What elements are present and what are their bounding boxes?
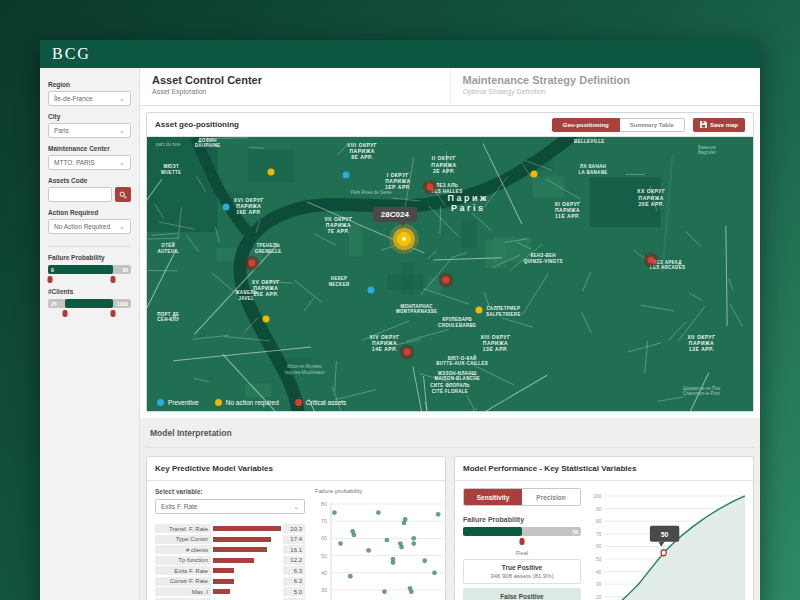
failure-probability-slider[interactable]: 080 [48, 265, 131, 274]
module-header-bar: Asset Control Center Asset Exploration M… [140, 68, 760, 106]
variable-select[interactable]: Exits F. Rate ⌄ [155, 499, 305, 514]
desktop-background: BCG RegionÎle-de-France⌄CityParis⌄Mainte… [0, 0, 800, 600]
legend-dot [157, 399, 164, 406]
summary-table-button[interactable]: Summary Table [620, 118, 685, 132]
city-select[interactable]: Paris⌄ [48, 123, 131, 138]
sensitivity-tab[interactable]: Sensitivity [464, 489, 522, 505]
assets-code-search-button[interactable] [115, 187, 131, 202]
svg-text:40: 40 [321, 570, 327, 576]
slider-label: Failure Probability [48, 254, 131, 261]
importance-bar [213, 547, 267, 552]
importance-category: # clients [155, 545, 211, 554]
selected-value: MTTO. PARIS [54, 159, 95, 166]
legend-item: No action required [215, 399, 279, 406]
save-map-label: Save map [710, 122, 738, 128]
asset-marker-critical[interactable] [248, 260, 255, 267]
svg-text:80: 80 [596, 518, 601, 524]
slider-max-value: 1000 [117, 301, 128, 307]
asset-marker-critical[interactable] [442, 277, 449, 284]
svg-text:60: 60 [321, 535, 327, 541]
importance-bar [213, 589, 230, 594]
map-panel-header: Asset geo-positioning Geo-positioning Su… [147, 113, 753, 137]
asset-marker-preventive[interactable] [367, 286, 374, 293]
slider-handle[interactable] [62, 310, 67, 317]
selected-value: Île-de-France [54, 95, 93, 102]
slider-handle[interactable] [110, 310, 115, 317]
map-legend: PreventiveNo action requiredCritical ass… [157, 399, 346, 406]
action-required-select[interactable]: No Action Required⌄ [48, 219, 131, 234]
failure-probability-slider[interactable]: 50 [463, 527, 581, 536]
bcg-logo: BCG [52, 45, 91, 63]
failure-probability-scatter: 80706050403020 [315, 496, 455, 600]
tab-maintenance-strategy[interactable]: Maintenance Strategy Definition Optimal … [450, 68, 761, 105]
importance-row: Tp function12.2 [155, 556, 305, 565]
precision-tab[interactable]: Precision [522, 489, 580, 505]
asset-marker-critical[interactable] [427, 183, 434, 190]
scatter-title: Failure probability [315, 488, 455, 494]
svg-text:70: 70 [321, 518, 327, 524]
maintenance-center-select[interactable]: MTTO. PARIS⌄ [48, 155, 131, 170]
svg-text:60: 60 [596, 543, 601, 549]
fp-slider-label: Failure Probability [463, 516, 581, 523]
true-positive-title: True Positive [466, 564, 578, 571]
map-view-switch: Geo-positioning Summary Table [552, 118, 685, 132]
legend-item: Critical assets [295, 399, 346, 406]
assets-code-input[interactable] [48, 187, 112, 202]
tab-asset-control-center[interactable]: Asset Control Center Asset Exploration [140, 68, 450, 105]
app-window: BCG RegionÎle-de-France⌄CityParis⌄Mainte… [40, 40, 760, 600]
svg-text:90: 90 [596, 505, 601, 511]
slider-handle[interactable] [110, 276, 115, 283]
model-interpretation-section: Model Interpretation Key Predictive Mode… [140, 418, 760, 600]
slider-handle[interactable] [520, 538, 525, 545]
asset-marker-no-action[interactable] [476, 306, 483, 313]
false-positive-box: False Positive 5 767 092 assets (48.8%) [463, 588, 581, 600]
asset-marker-no-action[interactable] [262, 315, 269, 322]
legend-label: Preventive [168, 399, 199, 406]
true-positive-value: 346 908 assets (81.9%) [466, 573, 578, 579]
asset-marker-no-action[interactable] [267, 169, 274, 176]
map-canvas[interactable]: Париж ParisVIII ОКРУГ ПАРИЖА 8Е АРР.XVI … [147, 137, 753, 411]
importance-row: # clients16.1 [155, 545, 305, 554]
chevron-down-icon: ⌄ [119, 223, 125, 230]
importance-row: Type Constr17.4 [155, 535, 305, 544]
selected-value: Paris [54, 127, 69, 134]
slider-min-value: 25 [51, 301, 57, 307]
importance-bar [213, 526, 281, 531]
save-map-button[interactable]: Save map [693, 118, 745, 132]
region-select[interactable]: Île-de-France⌄ [48, 91, 131, 106]
filter-label-action-required: Action Required [48, 209, 131, 216]
legend-item: Preventive [157, 399, 199, 406]
legend-label: No action required [226, 399, 279, 406]
metric-toggle: Sensitivity Precision [463, 488, 581, 506]
svg-text:30: 30 [321, 587, 327, 593]
svg-text:80: 80 [321, 501, 327, 507]
asset-marker-critical[interactable] [647, 257, 654, 264]
-clients-slider[interactable]: 251000 [48, 299, 131, 308]
geo-positioning-button[interactable]: Geo-positioning [552, 118, 620, 132]
page-title: Asset Control Center [152, 74, 438, 86]
variable-select-value: Exits F. Rate [161, 503, 197, 510]
true-positive-box: True Positive 346 908 assets (81.9%) [463, 559, 581, 584]
importance-category: Constr F. Rate [155, 577, 211, 586]
svg-text:50: 50 [321, 553, 327, 559]
right-panel-title: Model Performance - Key Statistical Vari… [455, 457, 753, 481]
asset-marker-preventive[interactable] [343, 172, 350, 179]
svg-text:70: 70 [596, 530, 601, 536]
slider-value: 50 [572, 529, 578, 535]
svg-text:20: 20 [596, 593, 601, 599]
model-performance-panel: Model Performance - Key Statistical Vari… [454, 456, 754, 600]
slider-handle[interactable] [47, 276, 52, 283]
asset-marker-critical[interactable] [403, 349, 410, 356]
section-title: Model Interpretation [146, 418, 754, 448]
page-subtitle: Asset Exploration [152, 88, 438, 95]
importance-value: 16.1 [283, 545, 305, 554]
asset-marker-preventive[interactable] [223, 203, 230, 210]
importance-value: 6.3 [283, 566, 305, 575]
asset-marker-no-action[interactable] [530, 170, 537, 177]
importance-bar [213, 579, 234, 584]
map-panel-title: Asset geo-positioning [155, 120, 552, 129]
selected-asset-marker[interactable] [389, 224, 419, 254]
importance-value: 17.4 [283, 535, 305, 544]
importance-category: Exits F. Rate [155, 566, 211, 575]
importance-value: 5.0 [283, 587, 305, 596]
